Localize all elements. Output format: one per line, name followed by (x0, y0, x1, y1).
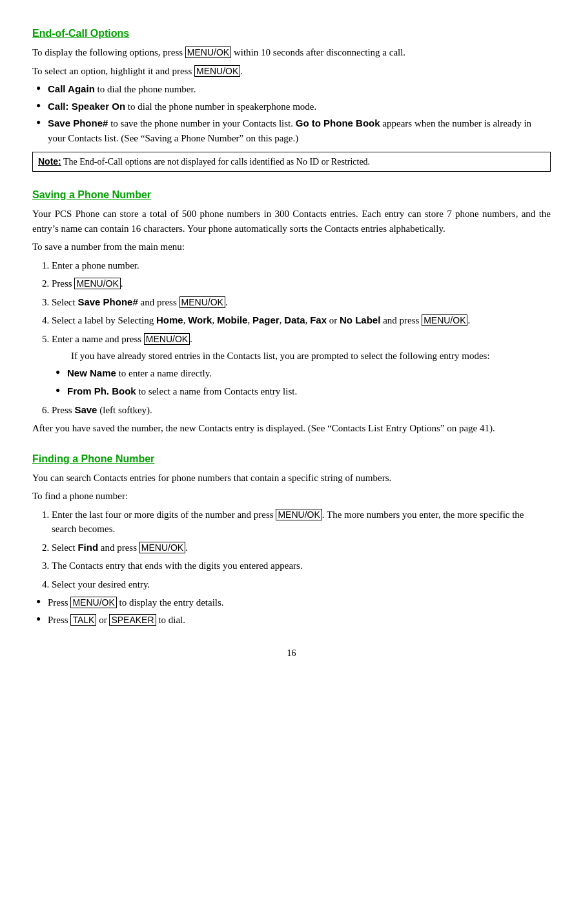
list-item: Call Again to dial the phone number. (48, 82, 551, 97)
menu-ok-box-1: MENU/OK (185, 46, 231, 58)
end-of-call-title: End-of-Call Options (32, 26, 551, 41)
menu-ok-box: MENU/OK (422, 314, 467, 326)
pager-label: Pager (252, 314, 280, 325)
list-item: Enter a name and press MENU/OK. If you h… (52, 332, 551, 399)
saving-intro2: To save a number from the main menu: (32, 240, 551, 254)
saving-section: Saving a Phone Number Your PCS Phone can… (32, 187, 551, 436)
finding-bullets: Press MENU/OK to display the entry detai… (48, 595, 551, 627)
menu-ok-box: MENU/OK (139, 542, 185, 553)
talk-box: TALK (70, 614, 96, 626)
list-item: Select your desired entry. (52, 577, 551, 592)
entry-mode-bullets: New Name to enter a name directly. From … (67, 366, 551, 399)
list-item: The Contacts entry that ends with the di… (52, 559, 551, 573)
finding-title: Finding a Phone Number (32, 451, 551, 467)
list-item: Call: Speaker On to dial the phone numbe… (48, 99, 551, 114)
saving-title: Saving a Phone Number (32, 187, 551, 203)
save-phone-hash-label: Save Phone# (48, 118, 108, 128)
saving-after: After you have saved the number, the new… (32, 421, 551, 436)
step5-subtext: If you have already stored entries in th… (71, 349, 551, 364)
note-label: Note: (38, 156, 61, 167)
list-item: New Name to enter a name directly. (67, 366, 551, 381)
menu-ok-box: MENU/OK (144, 333, 190, 345)
work-label: Work (188, 314, 212, 325)
find-label: Find (77, 542, 98, 553)
note-text: The End-of-Call options are not displaye… (61, 157, 370, 167)
list-item: Press MENU/OK to display the entry detai… (48, 595, 551, 610)
list-item: Press TALK or SPEAKER to dial. (48, 613, 551, 628)
list-item: Select Find and press MENU/OK. (52, 540, 551, 555)
list-item: From Ph. Book to select a name from Cont… (67, 384, 551, 399)
call-speaker-on-label: Call: Speaker On (48, 101, 125, 112)
list-item: Select a label by Selecting Home, Work, … (52, 313, 551, 328)
new-name-label: New Name (67, 367, 116, 378)
finding-section: Finding a Phone Number You can search Co… (32, 451, 551, 628)
data-label: Data (284, 314, 305, 325)
call-again-label: Call Again (48, 83, 95, 94)
menu-ok-box-2: MENU/OK (194, 65, 240, 77)
from-ph-book-label: From Ph. Book (67, 385, 136, 396)
page-number: 16 (32, 646, 551, 660)
saving-steps: Enter a phone number. Press MENU/OK. Sel… (52, 258, 551, 418)
no-label-label: No Label (340, 314, 380, 325)
menu-ok-box: MENU/OK (70, 597, 116, 608)
mobile-label: Mobile (217, 314, 248, 325)
saving-intro: Your PCS Phone can store a total of 500 … (32, 207, 551, 236)
list-item: Enter a phone number. (52, 258, 551, 273)
menu-ok-box: MENU/OK (179, 296, 225, 308)
end-of-call-intro2: To select an option, highlight it and pr… (32, 64, 551, 79)
list-item: Select Save Phone# and press MENU/OK. (52, 295, 551, 310)
finding-steps: Enter the last four or more digits of th… (52, 508, 551, 592)
save-softkey-label: Save (74, 404, 97, 415)
go-to-phone-book-label: Go to Phone Book (296, 118, 380, 128)
menu-ok-box: MENU/OK (74, 278, 120, 289)
menu-ok-box: MENU/OK (276, 509, 322, 520)
list-item: Enter the last four or more digits of th… (52, 508, 551, 537)
list-item: Press MENU/OK. (52, 276, 551, 291)
note-box: Note: The End-of-Call options are not di… (32, 152, 551, 172)
save-phone-hash: Save Phone# (77, 296, 138, 307)
end-of-call-bullets: Call Again to dial the phone number. Cal… (48, 82, 551, 145)
home-label: Home (156, 314, 183, 325)
list-item: Press Save (left softkey). (52, 403, 551, 418)
finding-intro: You can search Contacts entries for phon… (32, 471, 551, 486)
end-of-call-section: End-of-Call Options To display the follo… (32, 26, 551, 172)
list-item: Save Phone# to save the phone number in … (48, 116, 551, 145)
fax-label: Fax (310, 314, 327, 325)
end-of-call-intro1: To display the following options, press … (32, 45, 551, 60)
speaker-box: SPEAKER (109, 614, 156, 626)
finding-intro2: To find a phone number: (32, 489, 551, 504)
